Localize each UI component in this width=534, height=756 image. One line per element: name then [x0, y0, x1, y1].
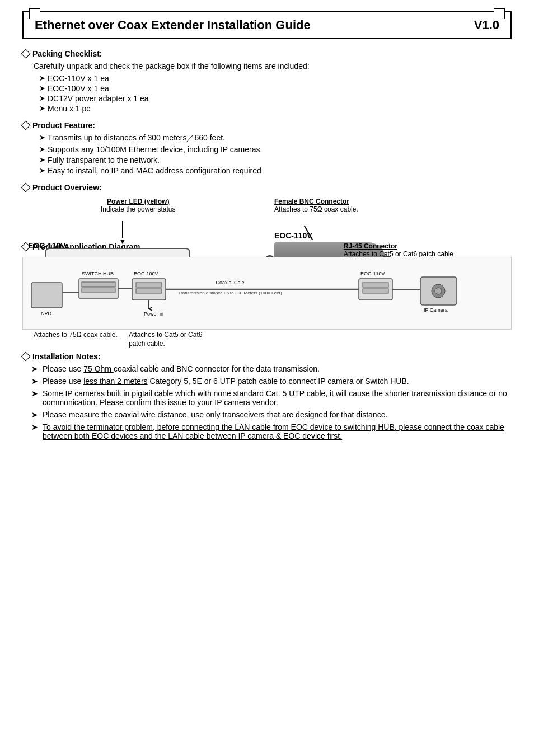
rj45-right-label: RJ-45 Connector	[344, 242, 397, 250]
svg-text:EOC-110V: EOC-110V	[360, 271, 385, 276]
header-box: Ethernet over Coax Extender Installation…	[22, 11, 512, 39]
power-led-annotation: Power LED (yellow) Indicate the power st…	[101, 198, 175, 213]
feature-item-4: ➤ Easy to install, no IP and MAC address…	[39, 166, 512, 175]
install-item-4: ➤ Please measure the coaxial wire distan…	[31, 410, 512, 419]
bnc-right-desc: Attaches to 75Ω coax cable.	[274, 205, 358, 213]
arrow-icon: ➤	[39, 166, 45, 175]
arrow-icon: ➤	[31, 389, 38, 398]
install-item-3: ➤ Some IP cameras built in pigtail cable…	[31, 389, 512, 407]
arrow-icon: ➤	[39, 133, 45, 142]
svg-rect-17	[363, 283, 388, 287]
svg-rect-9	[136, 289, 162, 293]
feature-heading: Product Feature:	[22, 121, 512, 130]
svg-rect-5	[82, 288, 115, 292]
svg-rect-4	[82, 282, 115, 287]
svg-text:SWITCH HUB: SWITCH HUB	[82, 271, 114, 276]
underline-span: less than 2 meters	[83, 377, 147, 386]
led-arrow-line	[122, 221, 123, 238]
arrow-icon: ➤	[31, 422, 38, 431]
arrow-icon: ➤	[39, 104, 45, 112]
install-text-2: Please use less than 2 meters Category 5…	[43, 377, 409, 386]
arrow-icon: ➤	[39, 94, 45, 102]
application-diagram-container: NVR SWITCH HUB EOC-100V Power in Coaxial…	[22, 257, 512, 330]
install-heading-text: Installation Notes:	[32, 352, 100, 361]
packing-intro: Carefully unpack and check the package b…	[34, 62, 512, 71]
install-text-3: Some IP cameras built in pigtail cable w…	[43, 389, 512, 407]
install-heading: Installation Notes:	[22, 352, 512, 361]
arrow-icon: ➤	[31, 410, 38, 419]
install-item-5: ➤ To avoid the terminator problem, befor…	[31, 422, 512, 440]
packing-item-4: ➤ Menu x 1 pc	[39, 104, 512, 113]
arrow-icon: ➤	[39, 84, 45, 92]
overview-heading: Product Overview:	[22, 183, 512, 192]
diamond-icon	[21, 352, 31, 361]
right-device-label: EOC-110V	[274, 231, 386, 240]
spacer1	[22, 198, 512, 237]
svg-text:EOC-100V: EOC-100V	[134, 271, 158, 276]
packing-item-1: ➤ EOC-110V x 1 ea	[39, 74, 512, 83]
arrow-icon: ➤	[31, 377, 38, 386]
diamond-icon	[21, 49, 31, 59]
power-led-desc: Indicate the power status	[101, 205, 175, 213]
header-title: Ethernet over Coax Extender Installation…	[35, 18, 311, 32]
rj45-right-annotation: RJ-45 Connector Attaches to Cat5 or Cat6…	[344, 242, 453, 258]
install-text-4: Please measure the coaxial wire distance…	[43, 410, 387, 419]
arrow-icon: ➤	[39, 156, 45, 164]
svg-text:Coaxial Cale: Coaxial Cale	[216, 280, 244, 285]
power-led-label: Power LED (yellow)	[107, 198, 169, 205]
svg-text:NVR: NVR	[41, 311, 52, 316]
packing-item-3: ➤ DC12V power adapter x 1 ea	[39, 94, 512, 103]
feature-item-2: ➤ Supports any 10/100M Ethernet device, …	[39, 145, 512, 154]
application-svg: NVR SWITCH HUB EOC-100V Power in Coaxial…	[29, 263, 510, 325]
diamond-icon	[21, 183, 31, 192]
packing-heading-text: Packing Checklist:	[32, 49, 102, 58]
svg-rect-8	[136, 283, 162, 287]
bnc-desc-bottom: Attaches to 75Ω coax cable.	[34, 331, 118, 339]
diamond-icon	[21, 121, 31, 130]
install-text-5: To avoid the terminator problem, before …	[43, 422, 512, 440]
arrow-icon: ➤	[39, 145, 45, 153]
feature-heading-text: Product Feature:	[32, 121, 95, 130]
svg-rect-0	[31, 283, 62, 308]
packing-heading: Packing Checklist:	[22, 49, 512, 58]
feature-item-3: ➤ Fully transparent to the network.	[39, 156, 512, 165]
header-version: V1.0	[474, 18, 499, 32]
svg-text:IP Camera: IP Camera	[424, 307, 448, 313]
arrow-icon: ➤	[31, 364, 38, 373]
svg-text:Power in: Power in	[144, 311, 163, 317]
led-arrow-head: ▼	[119, 237, 127, 246]
overview-heading-text: Product Overview:	[32, 183, 102, 192]
rj45-desc-bottom: Attaches to Cat5 or Cat6 patch cable.	[129, 331, 202, 348]
packing-item-2: ➤ EOC-100V x 1 ea	[39, 84, 512, 93]
install-item-1: ➤ Please use 75 Ohm coaxial cable and BN…	[31, 364, 512, 373]
install-item-2: ➤ Please use less than 2 meters Category…	[31, 377, 512, 386]
install-text-1: Please use 75 Ohm coaxial cable and BNC …	[43, 364, 320, 373]
arrow-icon: ➤	[39, 74, 45, 82]
svg-text:Transmission distance up to  3: Transmission distance up to 300 Meters (…	[178, 290, 282, 295]
bnc-right-annotation: Female BNC Connector Attaches to 75Ω coa…	[274, 198, 358, 213]
feature-item-1: ➤ Transmits up to distances of 300 meter…	[39, 133, 512, 143]
svg-point-22	[435, 288, 442, 294]
svg-rect-18	[363, 289, 388, 293]
underline-span: 75 Ohm	[83, 364, 114, 373]
bnc-right-label: Female BNC Connector	[274, 198, 349, 205]
